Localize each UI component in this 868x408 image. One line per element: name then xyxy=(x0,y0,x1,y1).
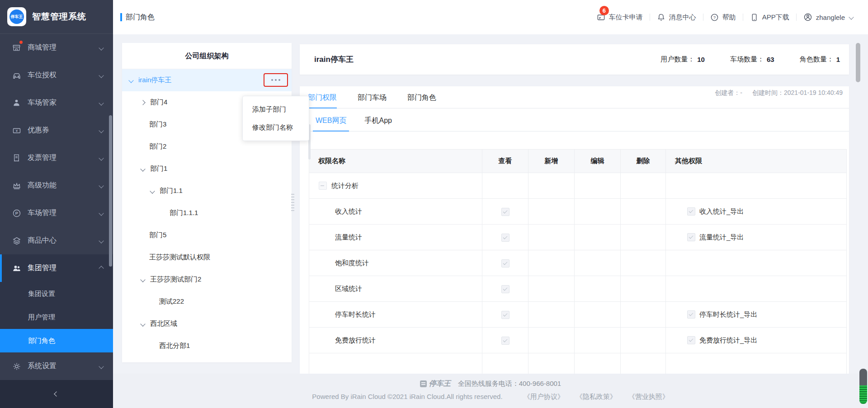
checkbox-checked-disabled[interactable] xyxy=(687,336,695,344)
permission-name: 免费放行统计 xyxy=(335,336,376,345)
sidebar-menu: 商城管理 车位授权 车场管家 ¥ 优惠券 xyxy=(0,34,113,380)
sidebar-scrollbar[interactable] xyxy=(109,115,112,267)
checkbox-indeterminate[interactable] xyxy=(319,182,327,190)
chevron-down-icon xyxy=(99,238,104,243)
help-button[interactable]: ? 帮助 xyxy=(710,13,736,22)
tree-node[interactable]: 部门1 xyxy=(122,158,292,180)
tab-dept-permissions[interactable]: 部门权限 xyxy=(308,87,337,108)
checkbox-checked-disabled[interactable] xyxy=(501,208,509,216)
table-header-row: 权限名称 查看 新增 编辑 删除 其他权限 xyxy=(309,150,847,173)
sidebar-item-goods[interactable]: 商品中心 xyxy=(0,227,113,254)
menu-item-rename-department[interactable]: 修改部门名称 xyxy=(243,118,309,136)
caret-down-icon[interactable] xyxy=(128,78,133,83)
tree-node[interactable]: 测试222 xyxy=(122,291,292,313)
subtab-web[interactable]: WEB网页 xyxy=(316,110,346,131)
recorder-widget[interactable] xyxy=(859,369,867,404)
sidebar-item-steward[interactable]: 车场管家 xyxy=(0,89,113,117)
notification-count-badge: 6 xyxy=(599,6,609,15)
sidebar-item-advanced[interactable]: 高级功能 xyxy=(0,172,113,199)
stat-parkings: 车场数量：63 xyxy=(730,55,774,64)
permission-name: 饱和度统计 xyxy=(335,259,369,267)
tree-node-label: 王莎莎测试部门2 xyxy=(150,275,201,284)
parking-icon: P xyxy=(12,208,21,218)
tree-node[interactable]: 部门1.1 xyxy=(122,180,292,202)
parking-card-apply-button[interactable]: 6 车位卡申请 xyxy=(597,13,643,22)
sidebar-subitem-group-settings[interactable]: 集团设置 xyxy=(0,282,113,305)
top-header: 部门角色 6 车位卡申请 消息中心 ? 帮助 xyxy=(113,0,868,34)
sidebar-item-system-settings[interactable]: 系统设置 xyxy=(0,352,113,380)
sidebar-item-label: 优惠券 xyxy=(28,126,99,135)
caret-down-icon[interactable] xyxy=(140,166,145,171)
checkbox-checked-disabled[interactable] xyxy=(501,259,509,267)
checkbox-checked-disabled[interactable] xyxy=(501,234,509,242)
permission-name: 区域统计 xyxy=(335,285,362,293)
sidebar-item-label: 商品中心 xyxy=(28,236,99,245)
tree-node-label: 西北分部1 xyxy=(159,342,190,350)
user-menu[interactable]: zhanglele xyxy=(803,13,853,22)
col-view: 查看 xyxy=(482,150,528,173)
action-label: 车位卡申请 xyxy=(609,13,643,22)
red-dot-badge xyxy=(19,41,23,44)
checkbox-checked-disabled[interactable] xyxy=(501,285,509,293)
footer-link-user-agreement[interactable]: 《用户协议》 xyxy=(524,393,564,401)
app-download-button[interactable]: APP下载 xyxy=(750,13,789,22)
breadcrumb: 部门角色 xyxy=(120,13,155,22)
footer-link-business-license[interactable]: 《营业执照》 xyxy=(628,393,669,401)
sidebar-item-label: 商城管理 xyxy=(28,43,99,52)
sidebar-item-group-mgmt[interactable]: 集团管理 xyxy=(0,254,113,282)
breadcrumb-text: 部门角色 xyxy=(126,13,155,22)
footer-line1: 停车王 全国热线服务电话：400-966-8001 xyxy=(113,379,868,389)
node-more-button-highlighted[interactable] xyxy=(264,73,288,87)
checkbox-checked-disabled[interactable] xyxy=(687,207,695,216)
page-scrollbar[interactable] xyxy=(856,43,860,82)
sidebar-item-mall[interactable]: 商城管理 xyxy=(0,34,113,61)
sidebar-item-parking-auth[interactable]: 车位授权 xyxy=(0,61,113,89)
caret-right-icon[interactable] xyxy=(140,100,145,105)
app-logo-icon: 停车王 xyxy=(7,7,26,26)
permission-name: 统计分析 xyxy=(331,182,359,190)
chevron-down-icon xyxy=(99,100,104,105)
tree-node[interactable]: 部门5 xyxy=(122,224,292,246)
sidebar: 停车王 智慧管理系统 商城管理 车位授权 车场管家 xyxy=(0,0,113,408)
sidebar-item-parking-mgmt[interactable]: P 车场管理 xyxy=(0,199,113,227)
tree-node-label: 部门1 xyxy=(150,164,167,173)
tree-node-label: 部门5 xyxy=(149,231,166,239)
svg-text:¥: ¥ xyxy=(15,129,18,133)
tree-node-root[interactable]: irain停车王 xyxy=(122,69,292,91)
checkbox-checked-disabled[interactable] xyxy=(687,310,695,319)
sidebar-item-coupon[interactable]: ¥ 优惠券 xyxy=(0,117,113,144)
caret-down-icon[interactable] xyxy=(140,321,145,326)
tab-dept-roles[interactable]: 部门角色 xyxy=(407,87,436,108)
caret-down-icon[interactable] xyxy=(150,188,155,193)
sidebar-collapse-button[interactable] xyxy=(0,380,113,408)
checkbox-checked-disabled[interactable] xyxy=(501,337,509,345)
caret-down-icon[interactable] xyxy=(140,277,145,282)
sidebar-subitem-dept-role[interactable]: 部门角色 xyxy=(0,329,113,352)
sidebar-item-invoice[interactable]: 发票管理 xyxy=(0,144,113,172)
tree-node[interactable]: 西北分部1 xyxy=(122,335,292,357)
table-row: 流量统计 流量统计_导出 xyxy=(309,225,847,250)
tab-dept-parkings[interactable]: 部门车场 xyxy=(358,87,387,108)
message-center-button[interactable]: 消息中心 xyxy=(657,13,696,22)
menu-item-add-sub-department[interactable]: 添加子部门 xyxy=(243,100,309,118)
tree-node[interactable]: 王莎莎测试默认权限 xyxy=(122,246,292,268)
chevron-left-icon xyxy=(54,391,59,396)
sidebar-subitem-user-mgmt[interactable]: 用户管理 xyxy=(0,305,113,329)
panel-resize-handle[interactable] xyxy=(291,194,294,212)
tree-node-label: 部门1.1 xyxy=(160,187,183,195)
table-row: 免费放行统计 免费放行统计_导出 xyxy=(309,328,847,353)
logo-badge-text: 停车王 xyxy=(9,9,24,24)
department-detail-card: 部门权限 部门车场 部门角色 创建者：- 创建时间：2021-01-19 10:… xyxy=(300,86,849,374)
header-actions: 6 车位卡申请 消息中心 ? 帮助 APP下载 xyxy=(597,13,853,22)
subtab-mobile-app[interactable]: 手机App xyxy=(364,110,392,131)
footer-link-privacy-policy[interactable]: 《隐私政策》 xyxy=(576,393,617,401)
permission-name: 收入统计 xyxy=(335,207,362,216)
tree-node[interactable]: 西北区域 xyxy=(122,313,292,335)
invoice-icon xyxy=(12,153,21,163)
col-add: 新增 xyxy=(528,150,575,173)
tree-node[interactable]: 王莎莎测试部门2 xyxy=(122,268,292,291)
checkbox-checked-disabled[interactable] xyxy=(501,311,509,319)
checkbox-checked-disabled[interactable] xyxy=(687,233,695,241)
sidebar-item-label: 发票管理 xyxy=(28,153,99,163)
tree-node[interactable]: 部门1.1.1 xyxy=(122,202,292,224)
